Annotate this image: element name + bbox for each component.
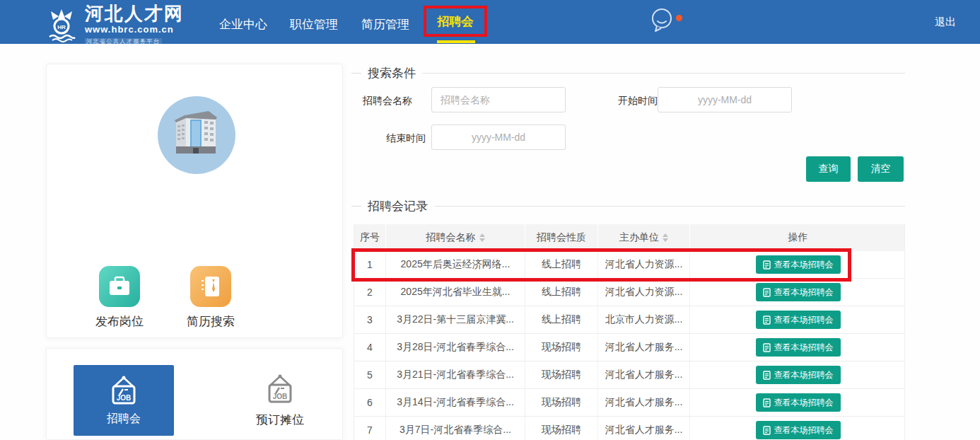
table-row: 7 3月7日-河北省春季综合... 现场招聘 河北省人才服务... 查看本场招聘… — [354, 417, 904, 440]
organizer-cell: 北京市人力资源... — [598, 306, 690, 333]
table-row: 2 2025年河北省毕业生就... 线上招聘 河北省人力资源... 查看本场招聘… — [354, 279, 904, 306]
document-icon — [763, 371, 771, 380]
logo-url: www.hbrc.com.cn — [85, 25, 184, 34]
query-button[interactable]: 查询 — [806, 156, 851, 182]
fair-name-cell: 3月21日-河北省春季综合... — [386, 361, 525, 388]
top-navbar: HR 河北人才网 www.hbrc.com.cn 河北省公共人才服务平台 企业中… — [0, 0, 980, 44]
document-icon — [763, 343, 771, 352]
fair-type-cell: 现场招聘 — [525, 361, 598, 388]
fair-name-cell: 2025年河北省毕业生就... — [386, 279, 525, 306]
logo-tagline: 河北省公共人才服务平台 — [85, 38, 162, 45]
document-icon — [763, 398, 771, 407]
building-illustration — [169, 110, 224, 161]
view-fair-button[interactable]: 查看本场招聘会 — [756, 393, 841, 412]
fair-type-cell: 现场招聘 — [525, 417, 598, 440]
table-row: 4 3月28日-河北省春季综合... 现场招聘 河北省人才服务... 查看本场招… — [354, 334, 904, 361]
document-icon — [763, 288, 771, 297]
nav-item-job-fair-highlight-box[interactable]: 招聘会 — [424, 6, 487, 37]
start-date-label: 开始时间 — [618, 95, 658, 108]
organizer-cell: 河北省人力资源... — [598, 279, 690, 306]
nav-item-enterprise-center[interactable]: 企业中心 — [219, 16, 267, 33]
table-row: 3 3月22日-第十三届京津冀... 线上招聘 北京市人力资源... 查看本场招… — [354, 306, 904, 334]
search-section-title: 搜索条件 — [361, 65, 422, 81]
fair-type-cell: 线上招聘 — [525, 279, 598, 306]
fair-type-cell: 线上招聘 — [525, 306, 598, 333]
svg-text:JOB: JOB — [273, 393, 288, 400]
view-fair-button[interactable]: 查看本场招聘会 — [756, 283, 841, 301]
clear-button[interactable]: 清空 — [858, 156, 904, 182]
nav-item-resume-management[interactable]: 简历管理 — [361, 16, 409, 33]
row-index: 7 — [354, 417, 386, 440]
row-index: 2 — [354, 279, 386, 306]
notification-area[interactable] — [651, 8, 684, 35]
records-section-header: 招聘会记录 — [351, 198, 905, 214]
fair-name-cell: 3月28日-河北省春季综合... — [386, 334, 525, 361]
logout-link[interactable]: 退出 — [935, 16, 956, 29]
row-index: 6 — [354, 389, 386, 416]
resume-tie-icon — [200, 275, 221, 298]
svg-text:HR: HR — [57, 24, 66, 30]
menu-item-book-booth[interactable]: JOB 预订摊位 — [223, 365, 337, 436]
table-row: 1 2025年后奥运经济网络... 线上招聘 河北省人力资源... 查看本场招聘… — [354, 251, 904, 279]
view-fair-button[interactable]: 查看本场招聘会 — [756, 311, 841, 329]
menu-item-book-booth-label: 预订摊位 — [256, 412, 304, 428]
view-fair-button[interactable]: 查看本场招聘会 — [756, 366, 841, 384]
logo-text-block: 河北人才网 www.hbrc.com.cn 河北省公共人才服务平台 — [85, 4, 184, 45]
row-index: 1 — [354, 251, 386, 278]
publish-job-tile[interactable] — [99, 266, 140, 307]
site-logo[interactable]: HR 河北人才网 www.hbrc.com.cn 河北省公共人才服务平台 — [44, 4, 184, 45]
notification-badge-dot — [676, 15, 682, 21]
page: HR 河北人才网 www.hbrc.com.cn 河北省公共人才服务平台 企业中… — [0, 0, 980, 440]
fair-name-input[interactable] — [431, 87, 566, 112]
table-header-row: 序号 招聘会名称 招聘会性质 主办单位 操作 — [354, 224, 904, 251]
records-section-title: 招聘会记录 — [361, 198, 434, 214]
end-date-label: 结束时间 — [386, 132, 426, 145]
organizer-cell: 河北省人才服务... — [598, 334, 690, 361]
col-header-actions: 操作 — [690, 224, 906, 251]
logo-title: 河北人才网 — [85, 4, 184, 23]
fair-type-cell: 现场招聘 — [525, 334, 598, 361]
sort-caret-icon[interactable] — [663, 233, 668, 242]
nav-item-job-management[interactable]: 职位管理 — [290, 16, 338, 33]
hbrc-emblem-icon: HR — [44, 7, 79, 42]
view-fair-button[interactable]: 查看本场招聘会 — [756, 255, 841, 274]
fair-name-cell: 3月7日-河北省春季综合... — [386, 417, 525, 440]
organizer-cell: 河北省人力资源... — [598, 251, 690, 278]
table-row: 5 3月21日-河北省春季综合... 现场招聘 河北省人才服务... 查看本场招… — [354, 361, 904, 389]
col-header-fair-name[interactable]: 招聘会名称 — [386, 224, 525, 251]
company-avatar[interactable] — [158, 96, 235, 174]
col-header-organizer[interactable]: 主办单位 — [598, 224, 690, 251]
fair-type-cell: 现场招聘 — [525, 389, 598, 416]
resume-search-tile[interactable] — [190, 266, 231, 307]
company-profile-card: 发布岗位 简历搜索 — [46, 64, 343, 338]
row-index: 3 — [354, 306, 386, 333]
resume-search-label[interactable]: 简历搜索 — [172, 313, 250, 330]
message-bubble-icon[interactable] — [651, 8, 675, 35]
table-row: 6 3月14日-河北省春季综合... 现场招聘 河北省人才服务... 查看本场招… — [354, 389, 904, 417]
sort-caret-icon[interactable] — [479, 233, 485, 242]
view-fair-button[interactable]: 查看本场招聘会 — [756, 421, 841, 439]
document-icon — [763, 426, 771, 435]
start-date-input[interactable] — [658, 87, 792, 112]
menu-item-job-fair[interactable]: JOB 招聘会 — [74, 365, 174, 436]
col-header-fair-type: 招聘会性质 — [525, 224, 598, 251]
fair-records-table: 序号 招聘会名称 招聘会性质 主办单位 操作 1 2025年后奥运经济网络...… — [354, 224, 905, 440]
end-date-input[interactable] — [431, 125, 566, 150]
active-tab-underline — [437, 40, 475, 43]
document-icon — [763, 315, 771, 325]
fair-name-cell: 3月22日-第十三届京津冀... — [386, 306, 525, 333]
briefcase-icon — [107, 276, 132, 297]
nav-item-job-fair[interactable]: 招聘会 — [438, 13, 474, 30]
view-fair-button[interactable]: 查看本场招聘会 — [756, 338, 841, 357]
publish-job-label[interactable]: 发布岗位 — [81, 313, 158, 330]
col-header-index: 序号 — [354, 224, 386, 251]
document-icon — [763, 260, 771, 270]
search-section-header: 搜索条件 — [351, 65, 905, 81]
organizer-cell: 河北省人才服务... — [598, 389, 690, 416]
job-sign-outline-icon: JOB — [264, 374, 296, 405]
fair-name-cell: 3月14日-河北省春季综合... — [386, 389, 525, 416]
organizer-cell: 河北省人才服务... — [598, 361, 690, 388]
row-index: 5 — [354, 361, 386, 388]
fair-type-cell: 线上招聘 — [525, 251, 598, 278]
fair-name-label: 招聘会名称 — [363, 95, 412, 108]
